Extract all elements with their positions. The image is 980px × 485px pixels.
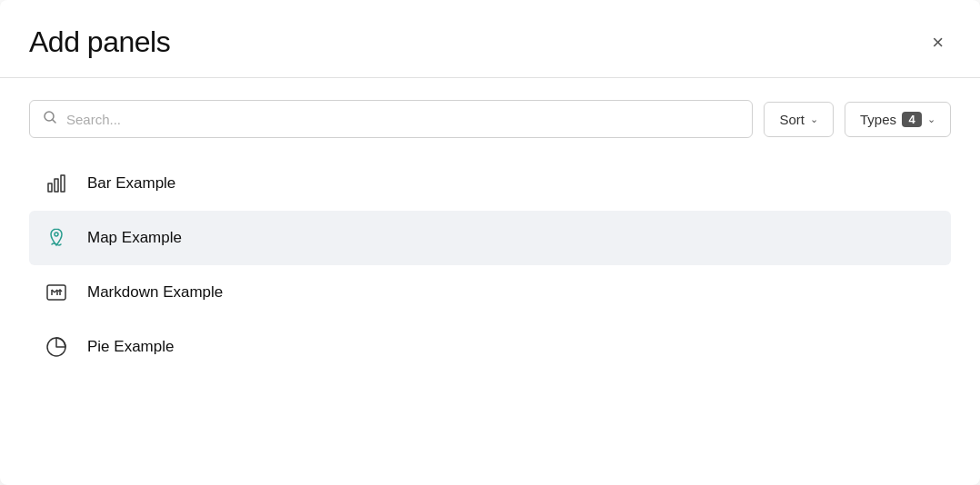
types-button[interactable]: Types 4 ⌄	[845, 102, 951, 137]
svg-rect-6	[47, 285, 65, 300]
markdown-icon	[44, 280, 69, 305]
pie-chart-icon	[44, 334, 69, 360]
add-panels-dialog: Add panels × Sort ⌄ Types 4 ⌄	[0, 0, 980, 485]
panel-item-bar[interactable]: Bar Example	[29, 156, 951, 211]
svg-rect-3	[55, 179, 58, 192]
close-button[interactable]: ×	[925, 29, 951, 56]
sort-chevron-icon: ⌄	[810, 114, 818, 125]
panel-item-pie[interactable]: Pie Example	[29, 320, 951, 374]
panel-item-map[interactable]: Map Example	[29, 211, 951, 265]
map-icon	[44, 225, 69, 251]
panel-label-pie: Pie Example	[87, 338, 174, 356]
panel-label-markdown: Markdown Example	[87, 283, 223, 302]
close-icon: ×	[932, 31, 944, 54]
search-container	[29, 100, 753, 138]
search-icon	[43, 110, 57, 128]
sort-button[interactable]: Sort ⌄	[764, 102, 834, 137]
panel-label-bar: Bar Example	[87, 174, 175, 193]
types-count-badge: 4	[902, 112, 922, 127]
bar-chart-icon	[44, 171, 69, 196]
svg-rect-4	[61, 175, 65, 192]
svg-point-5	[55, 233, 58, 236]
toolbar: Sort ⌄ Types 4 ⌄	[0, 78, 980, 153]
dialog-title: Add panels	[29, 25, 170, 59]
types-chevron-icon: ⌄	[927, 114, 935, 125]
sort-label: Sort	[779, 112, 805, 127]
panel-label-map: Map Example	[87, 229, 182, 247]
panel-list: Bar Example Map Example	[0, 153, 980, 396]
dialog-header: Add panels ×	[0, 0, 980, 77]
svg-line-1	[53, 120, 56, 124]
svg-rect-2	[48, 183, 52, 192]
types-label: Types	[860, 112, 896, 127]
panel-item-markdown[interactable]: Markdown Example	[29, 265, 951, 320]
search-input[interactable]	[66, 112, 739, 127]
